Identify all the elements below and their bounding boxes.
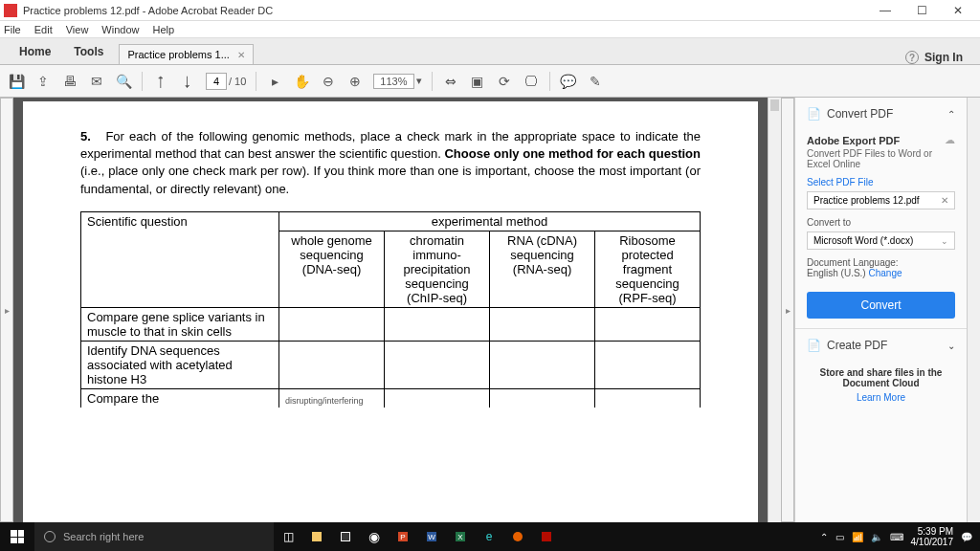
format-select[interactable]: Microsoft Word (*.docx) ⌄: [807, 231, 955, 250]
doc-language: English (U.S.) Change: [807, 268, 955, 278]
col-dna-seq: whole genome sequencing (DNA-seq): [279, 231, 385, 307]
zoom-caret-icon: ▾: [416, 75, 422, 87]
page-up-icon[interactable]: ⭡: [152, 73, 169, 90]
learn-more-link[interactable]: Learn More: [807, 392, 955, 403]
zoom-out-icon[interactable]: ⊖: [320, 73, 337, 90]
export-icon[interactable]: ⇪: [34, 73, 52, 90]
window-title: Practice problems 12.pdf - Adobe Acrobat…: [23, 5, 867, 16]
page-current-input[interactable]: [206, 73, 227, 90]
sign-in[interactable]: ? Sign In: [896, 51, 972, 64]
menu-help[interactable]: Help: [152, 24, 174, 35]
col-chip-seq: chromatin immuno-precipitation sequencin…: [385, 231, 490, 307]
zoom-level[interactable]: 113% ▾: [373, 74, 421, 89]
tab-home[interactable]: Home: [8, 39, 62, 64]
mail-icon[interactable]: ✉: [88, 73, 105, 90]
titlebar: Practice problems 12.pdf - Adobe Acrobat…: [0, 0, 980, 21]
table-row: Compare gene splice variants in muscle t…: [81, 307, 701, 341]
selected-file[interactable]: Practice problems 12.pdf ✕: [807, 191, 955, 209]
tab-strip: Home Tools Practice problems 1... ✕ ? Si…: [0, 38, 980, 65]
convert-button[interactable]: Convert: [807, 292, 955, 319]
menu-edit[interactable]: Edit: [34, 24, 53, 35]
row3-question: Compare the: [81, 388, 279, 408]
print-icon[interactable]: 🖶: [61, 73, 78, 90]
tab-document[interactable]: Practice problems 1... ✕: [119, 44, 253, 64]
excel-icon[interactable]: X: [446, 522, 475, 551]
page-down-icon[interactable]: ⭣: [179, 73, 196, 90]
menu-bar: File Edit View Window Help: [0, 21, 980, 38]
question-part-c: (i.e., place only one check mark per row…: [80, 164, 701, 195]
clear-file-icon[interactable]: ✕: [941, 195, 948, 206]
row2-question: Identify DNA sequences associated with a…: [81, 341, 279, 388]
store-icon[interactable]: [331, 522, 360, 551]
help-icon[interactable]: ?: [905, 51, 919, 64]
chevron-down-icon: ⌄: [941, 236, 948, 246]
rotate-icon[interactable]: ⟳: [496, 73, 513, 90]
col-experimental-header: experimental method: [279, 211, 701, 231]
expand-right-button[interactable]: ▸: [781, 98, 794, 522]
pointer-icon[interactable]: ▸: [266, 73, 283, 90]
explorer-icon[interactable]: [302, 522, 331, 551]
keyboard-icon[interactable]: ⌨: [890, 532, 903, 542]
clock-date: 4/10/2017: [911, 537, 954, 547]
save-icon[interactable]: 💾: [8, 73, 25, 90]
tray-overflow-icon[interactable]: ⌃: [820, 532, 828, 542]
word-icon[interactable]: W: [417, 522, 446, 551]
selected-file-name: Practice problems 12.pdf: [813, 195, 920, 206]
zoom-in-icon[interactable]: ⊕: [346, 73, 364, 90]
notifications-icon[interactable]: 💬: [961, 532, 972, 542]
doc-language-label: Document Language:: [807, 257, 955, 268]
panel-scrollbar[interactable]: [967, 98, 980, 522]
pdf-page: 5. For each of the following genomic met…: [23, 101, 758, 522]
col-rna-seq: RNA (cDNA) sequencing (RNA-seq): [490, 231, 595, 307]
tab-tools[interactable]: Tools: [62, 39, 115, 64]
taskbar: Search right here ◫ ◉ P W X e ⌃ ▭ 📶 🔈 ⌨ …: [0, 522, 980, 551]
select-file-link[interactable]: Select PDF File: [807, 177, 955, 187]
doc-scrollbar[interactable]: [768, 98, 781, 522]
read-mode-icon[interactable]: 🖵: [523, 73, 540, 90]
export-pdf-desc: Convert PDF Files to Word or Excel Onlin…: [807, 148, 955, 169]
expand-left-button[interactable]: ▸: [0, 98, 13, 522]
menu-file[interactable]: File: [4, 24, 21, 35]
table-row: Compare the disrupting/interfering: [81, 388, 701, 408]
content-area: ▸ 5. For each of the following genomic m…: [0, 98, 980, 522]
create-pdf-section: 📄 Create PDF ⌄: [795, 329, 967, 362]
chrome-icon[interactable]: ◉: [360, 522, 389, 551]
question-number: 5.: [80, 129, 91, 143]
convert-pdf-icon: 📄: [807, 107, 821, 121]
row1-question: Compare gene splice variants in muscle t…: [81, 307, 279, 341]
sign-icon[interactable]: ✎: [587, 73, 604, 90]
hand-icon[interactable]: ✋: [293, 73, 310, 90]
tab-close-icon[interactable]: ✕: [237, 50, 245, 60]
maximize-button[interactable]: ☐: [903, 0, 940, 21]
methods-table: Scientific question experimental method …: [80, 211, 701, 408]
create-pdf-label: Create PDF: [827, 339, 887, 352]
volume-icon[interactable]: 🔈: [871, 532, 882, 542]
edge-icon[interactable]: e: [475, 522, 503, 551]
menu-window[interactable]: Window: [101, 24, 139, 35]
comment-icon[interactable]: 💬: [560, 73, 577, 90]
battery-icon[interactable]: ▭: [835, 532, 844, 542]
export-pdf-title: Adobe Export PDF ☁: [807, 134, 955, 146]
search-icon[interactable]: 🔍: [115, 73, 132, 90]
taskbar-apps: ◫ ◉ P W X e: [274, 522, 561, 551]
create-pdf-icon: 📄: [807, 339, 821, 352]
convert-pdf-section: 📄 Convert PDF ⌃ Adobe Export PDF ☁ Conve…: [795, 98, 967, 329]
task-view-icon[interactable]: ◫: [274, 522, 302, 551]
close-button[interactable]: ✕: [940, 0, 976, 21]
powerpoint-icon[interactable]: P: [389, 522, 417, 551]
menu-view[interactable]: View: [66, 24, 89, 35]
fit-page-icon[interactable]: ▣: [469, 73, 486, 90]
clock[interactable]: 5:39 PM 4/10/2017: [911, 526, 954, 547]
start-button[interactable]: [0, 530, 34, 543]
fit-width-icon[interactable]: ⇔: [442, 73, 459, 90]
change-language-link[interactable]: Change: [868, 268, 902, 278]
wifi-icon[interactable]: 📶: [852, 532, 863, 542]
create-pdf-header[interactable]: 📄 Create PDF ⌄: [807, 339, 955, 352]
firefox-icon[interactable]: [503, 522, 532, 551]
taskbar-search[interactable]: Search right here: [34, 522, 274, 551]
question-text: 5. For each of the following genomic met…: [80, 128, 701, 198]
minimize-button[interactable]: —: [867, 0, 903, 21]
acrobat-icon[interactable]: [532, 522, 561, 551]
convert-pdf-header[interactable]: 📄 Convert PDF ⌃: [807, 107, 955, 121]
col-question-header: Scientific question: [81, 211, 279, 307]
